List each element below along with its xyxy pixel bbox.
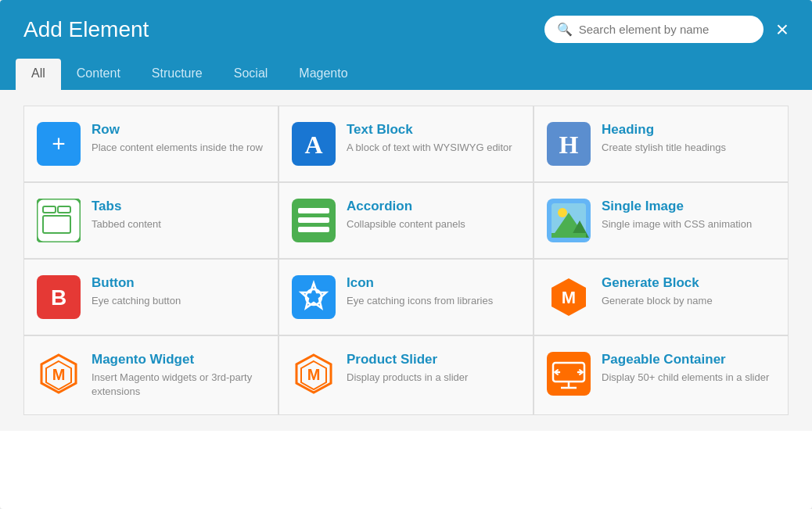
pageable-container-desc: Display 50+ child elements in a slider [602,371,775,385]
single-image-name: Single Image [602,199,775,214]
button-name: Button [92,275,265,291]
product-slider-info: Product Slider Display products in a sli… [347,352,520,385]
svg-rect-13 [298,227,329,232]
magento-widget-info: Magento Widget Insert Magento widgets or… [92,352,265,399]
tabs-name: Tabs [92,199,265,214]
content-area: + Row Place content elements inside the … [0,90,812,431]
svg-rect-11 [298,208,329,213]
row-icon: + [37,122,81,166]
tabs-desc: Tabbed content [92,217,265,231]
heading-info: Heading Create stylish title headings [602,122,775,155]
single-image-desc: Single image with CSS animation [602,217,775,231]
button-icon: B [37,275,81,319]
heading-name: Heading [602,122,775,138]
element-product-slider[interactable]: M Product Slider Display products in a s… [279,336,533,414]
tab-social[interactable]: Social [218,59,284,90]
pageable-container-icon [547,352,591,396]
accordion-info: Accordion Collapsible content panels [347,199,520,231]
svg-text:+: + [52,131,66,156]
svg-rect-19 [552,233,586,238]
search-icon: 🔍 [557,22,573,37]
element-icon[interactable]: Icon Eye catching icons from libraries [279,260,533,335]
element-button[interactable]: B Button Eye catching button [24,260,278,335]
element-heading[interactable]: H Heading Create stylish title headings [534,106,788,181]
svg-text:H: H [559,131,579,159]
close-button[interactable]: × [776,19,789,41]
tab-magento[interactable]: Magento [283,59,363,90]
element-row[interactable]: + Row Place content elements inside the … [24,106,278,181]
element-text-block[interactable]: A Text Block A block of text with WYSIWY… [279,106,533,181]
single-image-icon [547,199,591,242]
text-block-desc: A block of text with WYSIWYG editor [347,141,520,155]
modal-header: Add Element 🔍 × [0,0,812,59]
tabs-icon [37,199,81,242]
row-info: Row Place content elements inside the ro… [92,122,265,155]
button-info: Button Eye catching button [92,275,265,308]
generate-block-info: Generate Block Generate block by name [602,275,775,308]
single-image-info: Single Image Single image with CSS anima… [602,199,775,231]
header-right: 🔍 × [544,16,789,43]
product-slider-name: Product Slider [347,352,520,367]
product-slider-icon: M [292,352,336,396]
search-input[interactable] [579,23,751,36]
svg-rect-12 [298,217,329,223]
product-slider-desc: Display products in a slider [347,371,520,385]
icon-element-icon [292,275,336,319]
svg-text:M: M [52,366,66,383]
svg-point-16 [558,208,567,217]
icon-element-name: Icon [347,275,520,291]
tabs-bar: All Content Structure Social Magento [0,59,812,90]
tab-all[interactable]: All [16,59,61,90]
svg-text:B: B [51,285,66,310]
svg-text:M: M [307,366,321,383]
element-single-image[interactable]: Single Image Single image with CSS anima… [534,183,788,258]
generate-block-desc: Generate block by name [602,294,775,308]
elements-grid: + Row Place content elements inside the … [23,106,789,415]
magento-widget-desc: Insert Magento widgets or 3rd-party exte… [92,371,265,399]
accordion-name: Accordion [347,199,520,214]
text-block-name: Text Block [347,122,520,138]
heading-desc: Create stylish title headings [602,141,775,155]
add-element-modal: Add Element 🔍 × All Content Structure So… [0,0,812,509]
tabs-info: Tabs Tabbed content [92,199,265,231]
element-accordion[interactable]: Accordion Collapsible content panels [279,183,533,258]
button-desc: Eye catching button [92,294,265,308]
magento-widget-name: Magento Widget [92,352,265,367]
text-block-info: Text Block A block of text with WYSIWYG … [347,122,520,155]
row-desc: Place content elements inside the row [92,141,265,155]
icon-element-desc: Eye catching icons from libraries [347,294,520,308]
element-tabs[interactable]: Tabs Tabbed content [24,183,278,258]
pageable-container-info: Pageable Container Display 50+ child ele… [602,352,775,385]
element-magento-widget[interactable]: M Magento Widget Insert Magento widgets … [24,336,278,414]
magento-widget-icon: M [37,352,81,396]
icon-element-info: Icon Eye catching icons from libraries [347,275,520,308]
svg-text:A: A [304,131,322,159]
modal-title: Add Element [23,17,149,42]
element-pageable-container[interactable]: Pageable Container Display 50+ child ele… [534,336,788,414]
accordion-icon [292,199,336,242]
tab-content[interactable]: Content [61,59,136,90]
generate-block-name: Generate Block [602,275,775,291]
svg-text:M: M [562,288,576,307]
heading-icon: H [547,122,591,166]
element-generate-block[interactable]: M Generate Block Generate block by name [534,260,788,335]
accordion-desc: Collapsible content panels [347,217,520,231]
pageable-container-name: Pageable Container [602,352,775,367]
tab-structure[interactable]: Structure [136,59,218,90]
text-block-icon: A [292,122,336,166]
search-box: 🔍 [544,16,763,43]
generate-block-icon: M [547,275,591,319]
row-name: Row [92,122,265,138]
